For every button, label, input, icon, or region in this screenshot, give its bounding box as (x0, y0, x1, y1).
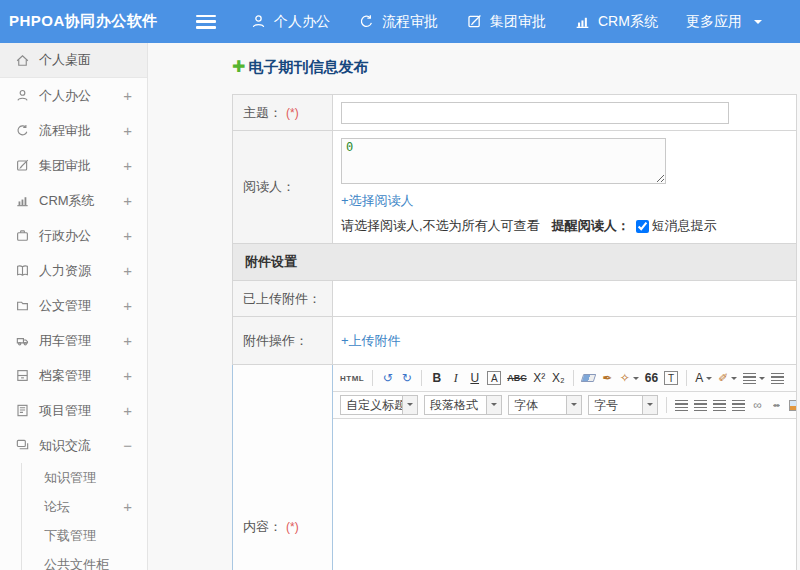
readers-help-text: 请选择阅读人,不选为所有人可查看 (341, 217, 540, 235)
rich-text-editor: HTML↺↻BIUAABCX²X₂✒✧66TA✐ 自定义标题段落格式字体字号∞∞ (333, 365, 796, 570)
chart-icon (574, 13, 591, 30)
car-icon (15, 333, 30, 348)
align-center-button[interactable] (692, 395, 709, 415)
uploaded-attachments-row: 已上传附件： (232, 281, 797, 317)
sidebar-subitem-0[interactable]: 知识管理 (22, 463, 147, 492)
undo-button[interactable]: ↺ (379, 368, 396, 388)
sidebar-item-label: 个人桌面 (39, 51, 91, 69)
upload-attachment-link[interactable]: +上传附件 (341, 332, 401, 350)
topnav-item-label: 个人办公 (274, 13, 330, 31)
expand-plus-icon[interactable]: + (123, 122, 132, 139)
clean-paste-button[interactable]: ✧ (618, 368, 641, 388)
italic-button[interactable]: I (447, 368, 464, 388)
font-color-button[interactable]: A (693, 368, 714, 388)
redo-button[interactable]: ↻ (398, 368, 415, 388)
editor-content-area[interactable] (333, 419, 796, 570)
remove-link-button[interactable]: ∞ (768, 395, 785, 415)
collapse-minus-icon[interactable]: − (123, 437, 132, 454)
sidebar-item-11[interactable]: 知识交流− (0, 428, 147, 463)
heading-select-label: 自定义标题 (341, 397, 402, 414)
sidebar-item-0[interactable]: 个人桌面 (0, 43, 147, 78)
chevron-down-icon[interactable] (402, 396, 417, 414)
paragraph-select[interactable]: 段落格式 (424, 395, 502, 415)
sidebar-item-4[interactable]: CRM系统+ (0, 183, 147, 218)
sidebar-item-label: 公共文件柜 (44, 556, 109, 570)
sidebar-subitem-3[interactable]: 公共文件柜 (22, 550, 147, 570)
blockquote-button[interactable]: 66 (643, 368, 660, 388)
sidebar-item-6[interactable]: 人力资源+ (0, 253, 147, 288)
sidebar-item-label: 人力资源 (39, 262, 91, 280)
expand-plus-icon[interactable]: + (123, 192, 132, 209)
format-brush-icon: ✒ (602, 371, 612, 385)
editor-toolbar-row2: 自定义标题段落格式字体字号∞∞ (333, 392, 796, 419)
expand-plus-icon[interactable]: + (123, 498, 132, 515)
publish-form: 主题： (*) 阅读人： +选择阅读人 请选择阅读人,不选为所有人可查看 (232, 94, 797, 570)
sidebar-item-7[interactable]: 公文管理+ (0, 288, 147, 323)
superscript-button[interactable]: X² (531, 368, 548, 388)
sidebar-item-3[interactable]: 集团审批+ (0, 148, 147, 183)
chevron-down-icon[interactable] (566, 396, 581, 414)
sidebar-item-9[interactable]: 档案管理+ (0, 358, 147, 393)
font-family-select[interactable]: 字体 (508, 395, 582, 415)
chevron-down-icon[interactable] (486, 396, 501, 414)
expand-plus-icon[interactable]: + (123, 297, 132, 314)
sidebar-item-label: 流程审批 (39, 122, 91, 140)
expand-plus-icon[interactable]: + (123, 157, 132, 174)
expand-plus-icon[interactable]: + (123, 402, 132, 419)
sidebar-subitem-1[interactable]: 论坛+ (22, 492, 147, 521)
align-left-button[interactable] (673, 395, 690, 415)
font-style-box-button[interactable]: A (485, 368, 503, 388)
html-source-button[interactable]: HTML (338, 368, 366, 388)
sidebar-submenu: 知识管理论坛+下载管理公共文件柜 (21, 463, 147, 570)
highlight-color-button[interactable]: ✐ (716, 368, 739, 388)
subject-input[interactable] (341, 102, 729, 124)
topnav-item-0[interactable]: 个人办公 (250, 13, 330, 31)
insert-image-icon (789, 400, 796, 411)
bold-button[interactable]: B (428, 368, 445, 388)
align-justify-button[interactable] (730, 395, 747, 415)
sms-notify-checkbox[interactable] (636, 220, 649, 233)
format-brush-button[interactable]: ✒ (599, 368, 616, 388)
unordered-list-button[interactable] (769, 368, 786, 388)
align-right-icon (713, 400, 726, 411)
topnav-item-label: 更多应用 (686, 13, 742, 31)
underline-button[interactable]: U (466, 368, 483, 388)
insert-template-button[interactable]: T (662, 368, 680, 388)
align-right-button[interactable] (711, 395, 728, 415)
sidebar-subitem-2[interactable]: 下载管理 (22, 521, 147, 550)
sidebar-item-label: 个人办公 (39, 87, 91, 105)
sidebar-item-label: 知识管理 (44, 469, 96, 487)
sidebar-item-5[interactable]: 行政办公+ (0, 218, 147, 253)
readers-row: 阅读人： +选择阅读人 请选择阅读人,不选为所有人可查看 提醒阅读人： 短消息提… (232, 131, 797, 244)
expand-plus-icon[interactable]: + (123, 262, 132, 279)
insert-link-icon: ∞ (753, 398, 762, 412)
ordered-list-button[interactable] (741, 368, 767, 388)
insert-link-button[interactable]: ∞ (749, 395, 766, 415)
sidebar-item-1[interactable]: 个人办公+ (0, 78, 147, 113)
topnav-item-1[interactable]: 流程审批 (358, 13, 438, 31)
expand-plus-icon[interactable]: + (123, 332, 132, 349)
readers-textarea[interactable] (341, 138, 666, 184)
eraser-icon (580, 374, 596, 382)
topnav-item-label: CRM系统 (598, 13, 658, 31)
select-readers-link[interactable]: +选择阅读人 (341, 192, 414, 210)
expand-plus-icon[interactable]: + (123, 227, 132, 244)
subscript-button[interactable]: X₂ (550, 368, 567, 388)
heading-select[interactable]: 自定义标题 (340, 395, 418, 415)
strikethrough-button[interactable]: ABC (505, 368, 529, 388)
book-icon (15, 263, 30, 278)
topnav-item-2[interactable]: 集团审批 (466, 13, 546, 31)
eraser-button[interactable] (580, 368, 597, 388)
hamburger-menu-icon[interactable] (196, 15, 216, 29)
topnav-item-3[interactable]: CRM系统 (574, 13, 658, 31)
insert-image-button[interactable] (787, 395, 796, 415)
sidebar-item-10[interactable]: 项目管理+ (0, 393, 147, 428)
chevron-down-icon[interactable] (642, 396, 657, 414)
chevron-down-icon (754, 20, 762, 28)
sidebar-item-8[interactable]: 用车管理+ (0, 323, 147, 358)
sidebar-item-2[interactable]: 流程审批+ (0, 113, 147, 148)
expand-plus-icon[interactable]: + (123, 367, 132, 384)
expand-plus-icon[interactable]: + (123, 87, 132, 104)
font-size-select[interactable]: 字号 (588, 395, 658, 415)
topnav-item-4[interactable]: 更多应用 (686, 13, 762, 31)
